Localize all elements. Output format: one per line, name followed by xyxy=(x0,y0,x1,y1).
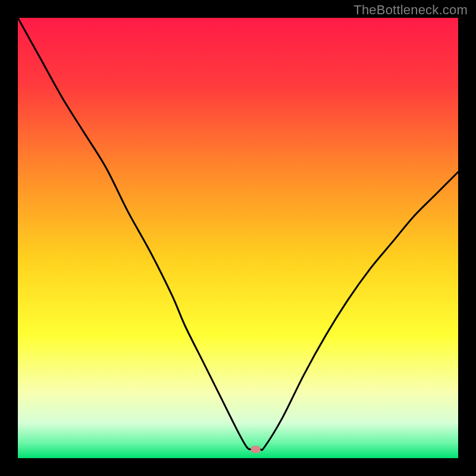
plot-area xyxy=(18,18,458,458)
chart-frame: TheBottleneck.com xyxy=(0,0,476,476)
watermark-text: TheBottleneck.com xyxy=(353,2,468,18)
valley-marker xyxy=(251,446,261,453)
chart-svg xyxy=(18,18,458,458)
gradient-background xyxy=(18,18,458,458)
